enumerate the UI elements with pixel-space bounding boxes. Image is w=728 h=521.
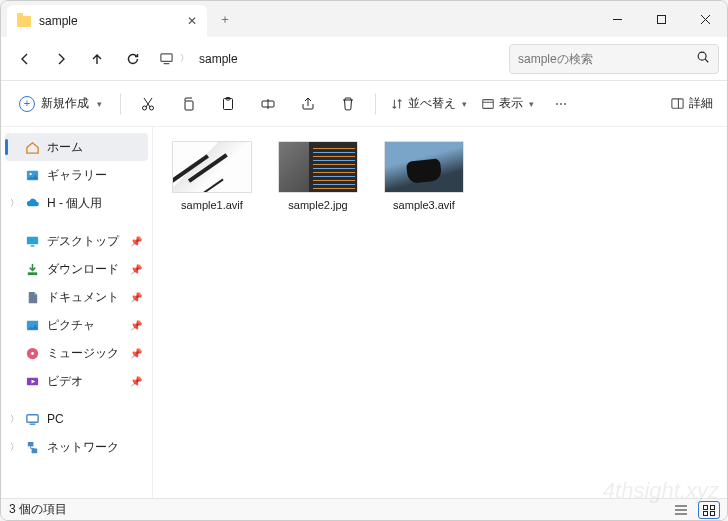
sidebar-item-desktop[interactable]: デスクトップ 📌 <box>5 227 148 255</box>
address-bar[interactable]: 〉 sample <box>153 44 505 74</box>
svg-rect-10 <box>185 101 193 110</box>
desktop-icon <box>25 234 40 249</box>
sidebar: ホーム ギャラリー 〉 H - 個人用 デスクトップ 📌 ダウンロード 📌 ドキ… <box>1 127 153 498</box>
status-bar: 3 個の項目 <box>1 498 727 520</box>
details-label: 詳細 <box>689 95 713 112</box>
more-button[interactable]: ⋯ <box>544 89 578 119</box>
file-grid[interactable]: sample1.avif sample2.jpg sample3.avif <box>153 127 727 498</box>
svg-rect-28 <box>27 414 38 422</box>
svg-rect-23 <box>28 272 37 275</box>
download-icon <box>25 262 40 277</box>
divider <box>375 93 376 115</box>
sort-button[interactable]: 並べ替え ▾ <box>386 89 471 119</box>
new-tab-button[interactable]: ＋ <box>207 1 243 37</box>
search-box[interactable] <box>509 44 719 74</box>
sidebar-label: ネットワーク <box>47 439 119 456</box>
file-item[interactable]: sample2.jpg <box>275 141 361 211</box>
sidebar-label: PC <box>47 412 64 426</box>
file-name: sample2.jpg <box>288 199 347 211</box>
item-count: 3 個の項目 <box>9 501 67 518</box>
file-name: sample1.avif <box>181 199 243 211</box>
video-icon <box>25 374 40 389</box>
tab-title: sample <box>39 14 179 28</box>
svg-rect-35 <box>704 505 708 509</box>
svg-rect-31 <box>32 448 38 453</box>
expand-icon[interactable]: 〉 <box>9 413 19 426</box>
rename-button[interactable] <box>251 89 285 119</box>
pin-icon: 📌 <box>130 348 142 359</box>
sidebar-item-pictures[interactable]: ピクチャ 📌 <box>5 311 148 339</box>
sidebar-label: デスクトップ <box>47 233 119 250</box>
file-item[interactable]: sample3.avif <box>381 141 467 211</box>
sidebar-label: ホーム <box>47 139 83 156</box>
paste-button[interactable] <box>211 89 245 119</box>
nav-bar: 〉 sample <box>1 37 727 81</box>
svg-rect-1 <box>657 15 665 23</box>
sidebar-item-downloads[interactable]: ダウンロード 📌 <box>5 255 148 283</box>
close-window-button[interactable] <box>683 1 727 37</box>
up-button[interactable] <box>81 43 113 75</box>
sort-label: 並べ替え <box>408 95 456 112</box>
chevron-down-icon: ▾ <box>462 99 467 109</box>
svg-point-26 <box>31 352 34 355</box>
view-label: 表示 <box>499 95 523 112</box>
svg-rect-22 <box>31 245 35 246</box>
sidebar-item-documents[interactable]: ドキュメント 📌 <box>5 283 148 311</box>
chevron-down-icon: ▾ <box>97 99 102 109</box>
copy-button[interactable] <box>171 89 205 119</box>
new-label: 新規作成 <box>41 95 89 112</box>
titlebar-drag[interactable] <box>243 1 595 37</box>
pin-icon: 📌 <box>130 376 142 387</box>
svg-rect-36 <box>711 505 715 509</box>
pin-icon: 📌 <box>130 292 142 303</box>
breadcrumb-segment[interactable]: sample <box>195 50 242 68</box>
sidebar-item-videos[interactable]: ビデオ 📌 <box>5 367 148 395</box>
thumbnail <box>278 141 358 193</box>
chevron-down-icon: ▾ <box>529 99 534 109</box>
search-icon <box>696 50 710 67</box>
svg-rect-37 <box>704 511 708 515</box>
minimize-button[interactable] <box>595 1 639 37</box>
sidebar-item-music[interactable]: ミュージック 📌 <box>5 339 148 367</box>
sidebar-item-home[interactable]: ホーム <box>5 133 148 161</box>
svg-rect-30 <box>28 441 34 446</box>
sidebar-label: ビデオ <box>47 373 83 390</box>
picture-icon <box>25 318 40 333</box>
svg-point-20 <box>30 172 32 174</box>
sidebar-label: ギャラリー <box>47 167 107 184</box>
thumbnail <box>384 141 464 193</box>
toolbar: + 新規作成 ▾ 並べ替え ▾ 表示 ▾ ⋯ 詳細 <box>1 81 727 127</box>
thumbnail-view-button[interactable] <box>699 502 719 518</box>
expand-icon[interactable]: 〉 <box>9 197 19 210</box>
pin-icon: 📌 <box>130 320 142 331</box>
sidebar-item-pc[interactable]: 〉 PC <box>5 405 148 433</box>
back-button[interactable] <box>9 43 41 75</box>
file-name: sample3.avif <box>393 199 455 211</box>
close-tab-icon[interactable]: ✕ <box>187 14 197 28</box>
expand-icon[interactable]: 〉 <box>9 441 19 454</box>
cut-button[interactable] <box>131 89 165 119</box>
plus-circle-icon: + <box>19 96 35 112</box>
sidebar-label: ドキュメント <box>47 289 119 306</box>
sidebar-item-onedrive[interactable]: 〉 H - 個人用 <box>5 189 148 217</box>
maximize-button[interactable] <box>639 1 683 37</box>
forward-button[interactable] <box>45 43 77 75</box>
svg-rect-38 <box>711 511 715 515</box>
search-input[interactable] <box>518 52 690 66</box>
pc-icon <box>159 51 174 66</box>
refresh-button[interactable] <box>117 43 149 75</box>
svg-rect-17 <box>672 99 683 108</box>
file-item[interactable]: sample1.avif <box>169 141 255 211</box>
sidebar-item-network[interactable]: 〉 ネットワーク <box>5 433 148 461</box>
details-view-button[interactable] <box>671 502 691 518</box>
window-tab[interactable]: sample ✕ <box>7 5 207 37</box>
share-button[interactable] <box>291 89 325 119</box>
details-pane-button[interactable]: 詳細 <box>666 89 717 119</box>
svg-rect-4 <box>161 54 172 62</box>
view-button[interactable]: 表示 ▾ <box>477 89 538 119</box>
new-button[interactable]: + 新規作成 ▾ <box>11 89 110 119</box>
sidebar-item-gallery[interactable]: ギャラリー <box>5 161 148 189</box>
svg-point-6 <box>698 52 706 60</box>
delete-button[interactable] <box>331 89 365 119</box>
thumbnail <box>172 141 252 193</box>
